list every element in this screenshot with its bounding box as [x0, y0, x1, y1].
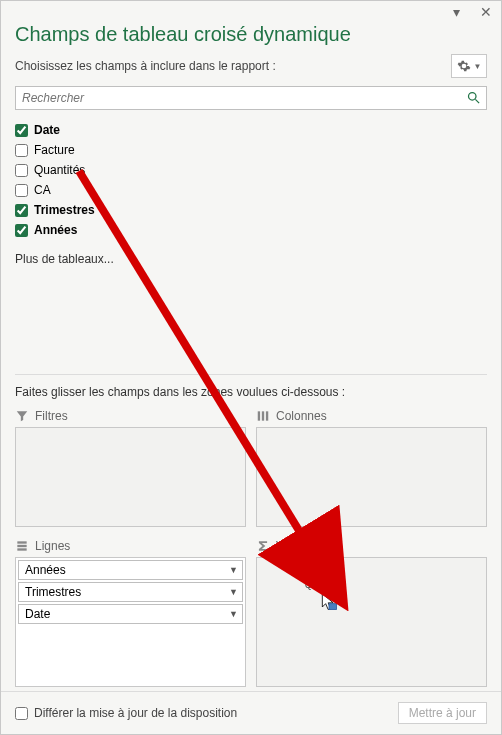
- svg-line-1: [475, 99, 479, 103]
- values-zone[interactable]: Valeurs Quantités: [256, 537, 487, 687]
- row-chip-date[interactable]: Date ▼: [18, 604, 243, 624]
- svg-rect-8: [329, 604, 337, 610]
- search-icon[interactable]: [466, 90, 482, 106]
- pane-title: Champs de tableau croisé dynamique: [1, 19, 501, 54]
- update-button[interactable]: Mettre à jour: [398, 702, 487, 724]
- field-item-trimestres[interactable]: Trimestres: [15, 200, 487, 220]
- chevron-down-icon[interactable]: ▼: [229, 609, 238, 619]
- field-checkbox[interactable]: [15, 164, 28, 177]
- field-item-quantites[interactable]: Quantités: [15, 160, 487, 180]
- svg-rect-4: [266, 411, 268, 420]
- columns-icon: [256, 409, 270, 423]
- field-list: Date Facture Quantités CA Trimestres Ann…: [1, 120, 501, 266]
- chevron-down-icon[interactable]: ▼: [229, 587, 238, 597]
- cursor-icon: [319, 592, 339, 616]
- field-item-date[interactable]: Date: [15, 120, 487, 140]
- svg-rect-7: [17, 548, 26, 550]
- rows-zone[interactable]: Lignes Années ▼ Trimestres ▼ Date ▼: [15, 537, 246, 687]
- field-checkbox[interactable]: [15, 144, 28, 157]
- svg-rect-6: [17, 545, 26, 547]
- choose-fields-hint: Choisissez les champs à inclure dans le …: [15, 59, 276, 73]
- title-bar: ▾ ✕: [1, 1, 501, 19]
- row-chip-annees[interactable]: Années ▼: [18, 560, 243, 580]
- svg-point-0: [469, 93, 477, 101]
- chevron-down-icon: ▼: [474, 62, 482, 71]
- footer: Différer la mise à jour de la dispositio…: [1, 691, 501, 734]
- task-pane-options-icon[interactable]: ▾: [449, 5, 463, 19]
- filter-icon: [15, 409, 29, 423]
- svg-rect-3: [262, 411, 264, 420]
- row-chip-trimestres[interactable]: Trimestres ▼: [18, 582, 243, 602]
- svg-rect-2: [258, 411, 260, 420]
- drag-hint: Faites glisser les champs dans les zones…: [1, 375, 501, 407]
- svg-rect-5: [17, 541, 26, 543]
- field-checkbox[interactable]: [15, 224, 28, 237]
- search-field[interactable]: [15, 86, 487, 110]
- field-item-facture[interactable]: Facture: [15, 140, 487, 160]
- field-item-annees[interactable]: Années: [15, 220, 487, 240]
- tools-button[interactable]: ▼: [451, 54, 487, 78]
- more-tables-link[interactable]: Plus de tableaux...: [15, 252, 487, 266]
- sigma-icon: [256, 539, 270, 553]
- field-checkbox[interactable]: [15, 204, 28, 217]
- field-checkbox[interactable]: [15, 184, 28, 197]
- filters-zone[interactable]: Filtres: [15, 407, 246, 527]
- field-item-ca[interactable]: CA: [15, 180, 487, 200]
- close-icon[interactable]: ✕: [479, 5, 493, 19]
- chevron-down-icon[interactable]: ▼: [229, 565, 238, 575]
- rows-icon: [15, 539, 29, 553]
- columns-zone[interactable]: Colonnes: [256, 407, 487, 527]
- drag-ghost-label: Quantités: [305, 580, 344, 590]
- search-input[interactable]: [15, 86, 487, 110]
- gear-icon: [457, 59, 471, 73]
- defer-layout-checkbox[interactable]: Différer la mise à jour de la dispositio…: [15, 706, 237, 720]
- field-checkbox[interactable]: [15, 124, 28, 137]
